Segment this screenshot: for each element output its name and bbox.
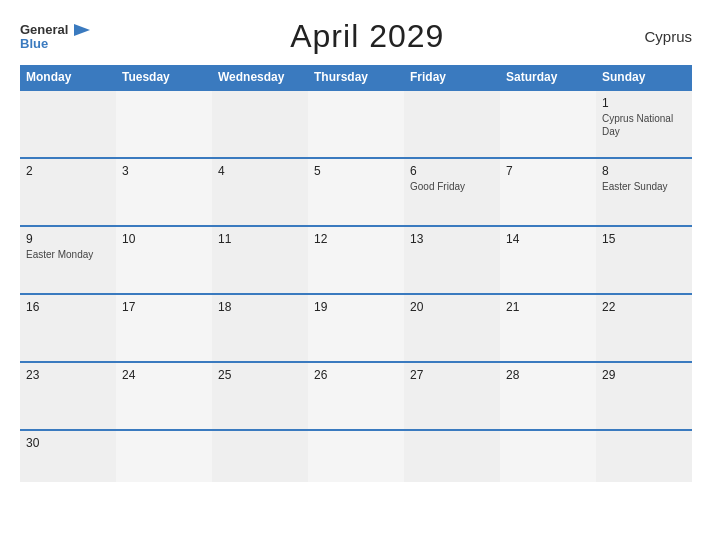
event-label: Easter Sunday: [602, 180, 686, 193]
calendar-cell: 13: [404, 226, 500, 294]
day-number: 20: [410, 300, 494, 314]
day-number: 21: [506, 300, 590, 314]
calendar-cell: 20: [404, 294, 500, 362]
day-number: 5: [314, 164, 398, 178]
day-number: 4: [218, 164, 302, 178]
calendar-cell: [596, 430, 692, 482]
day-number: 17: [122, 300, 206, 314]
event-label: Easter Monday: [26, 248, 110, 261]
day-number: 2: [26, 164, 110, 178]
calendar-cell: 29: [596, 362, 692, 430]
day-number: 23: [26, 368, 110, 382]
day-number: 6: [410, 164, 494, 178]
col-header-tuesday: Tuesday: [116, 65, 212, 90]
day-number: 16: [26, 300, 110, 314]
calendar-cell: 17: [116, 294, 212, 362]
day-number: 18: [218, 300, 302, 314]
day-number: 12: [314, 232, 398, 246]
col-header-thursday: Thursday: [308, 65, 404, 90]
calendar-cell: 23: [20, 362, 116, 430]
calendar-cell: [500, 430, 596, 482]
calendar-cell: 15: [596, 226, 692, 294]
day-number: 19: [314, 300, 398, 314]
day-number: 13: [410, 232, 494, 246]
calendar-cell: 14: [500, 226, 596, 294]
calendar-cell: 10: [116, 226, 212, 294]
calendar-cell: [308, 90, 404, 158]
calendar-cell: 24: [116, 362, 212, 430]
calendar-cell: 7: [500, 158, 596, 226]
calendar-row-0: 1Cyprus National Day: [20, 90, 692, 158]
day-number: 10: [122, 232, 206, 246]
logo-blue: Blue: [20, 37, 90, 50]
col-header-friday: Friday: [404, 65, 500, 90]
calendar-cell: 18: [212, 294, 308, 362]
calendar-cell: 25: [212, 362, 308, 430]
calendar-cell: [116, 430, 212, 482]
calendar-cell: [404, 430, 500, 482]
country-name: Cyprus: [644, 28, 692, 45]
calendar-cell: [116, 90, 212, 158]
calendar-cell: [212, 430, 308, 482]
calendar-row-1: 23456Good Friday78Easter Sunday: [20, 158, 692, 226]
logo-general: General: [20, 23, 90, 37]
calendar-cell: 8Easter Sunday: [596, 158, 692, 226]
calendar-cell: 5: [308, 158, 404, 226]
calendar-cell: 11: [212, 226, 308, 294]
calendar-cell: [212, 90, 308, 158]
calendar-page: General Blue April 2029 Cyprus MondayTue…: [0, 0, 712, 550]
calendar-cell: 12: [308, 226, 404, 294]
logo-flag-icon: [74, 24, 90, 36]
event-label: Cyprus National Day: [602, 112, 686, 138]
calendar-cell: [20, 90, 116, 158]
day-number: 29: [602, 368, 686, 382]
calendar-row-4: 23242526272829: [20, 362, 692, 430]
calendar-cell: [500, 90, 596, 158]
col-header-saturday: Saturday: [500, 65, 596, 90]
day-number: 25: [218, 368, 302, 382]
calendar-cell: 9Easter Monday: [20, 226, 116, 294]
day-number: 26: [314, 368, 398, 382]
calendar-row-5: 30: [20, 430, 692, 482]
day-number: 1: [602, 96, 686, 110]
calendar-cell: [308, 430, 404, 482]
day-number: 28: [506, 368, 590, 382]
calendar-cell: [404, 90, 500, 158]
calendar-cell: 22: [596, 294, 692, 362]
calendar-cell: 30: [20, 430, 116, 482]
calendar-cell: 3: [116, 158, 212, 226]
svg-marker-0: [74, 24, 90, 36]
day-number: 8: [602, 164, 686, 178]
calendar-cell: 19: [308, 294, 404, 362]
day-number: 14: [506, 232, 590, 246]
month-title: April 2029: [290, 18, 444, 55]
col-header-sunday: Sunday: [596, 65, 692, 90]
header: General Blue April 2029 Cyprus: [20, 18, 692, 55]
calendar-cell: 21: [500, 294, 596, 362]
day-number: 30: [26, 436, 110, 450]
calendar-header-row: MondayTuesdayWednesdayThursdayFridaySatu…: [20, 65, 692, 90]
calendar-cell: 28: [500, 362, 596, 430]
calendar-row-2: 9Easter Monday101112131415: [20, 226, 692, 294]
day-number: 11: [218, 232, 302, 246]
calendar-cell: 2: [20, 158, 116, 226]
day-number: 15: [602, 232, 686, 246]
day-number: 3: [122, 164, 206, 178]
calendar-table: MondayTuesdayWednesdayThursdayFridaySatu…: [20, 65, 692, 482]
logo-text: General Blue: [20, 23, 90, 51]
calendar-row-3: 16171819202122: [20, 294, 692, 362]
day-number: 24: [122, 368, 206, 382]
calendar-cell: 16: [20, 294, 116, 362]
day-number: 27: [410, 368, 494, 382]
calendar-cell: 6Good Friday: [404, 158, 500, 226]
calendar-cell: 1Cyprus National Day: [596, 90, 692, 158]
day-number: 7: [506, 164, 590, 178]
day-number: 22: [602, 300, 686, 314]
event-label: Good Friday: [410, 180, 494, 193]
day-number: 9: [26, 232, 110, 246]
col-header-monday: Monday: [20, 65, 116, 90]
calendar-cell: 26: [308, 362, 404, 430]
calendar-cell: 4: [212, 158, 308, 226]
logo: General Blue: [20, 23, 90, 51]
col-header-wednesday: Wednesday: [212, 65, 308, 90]
